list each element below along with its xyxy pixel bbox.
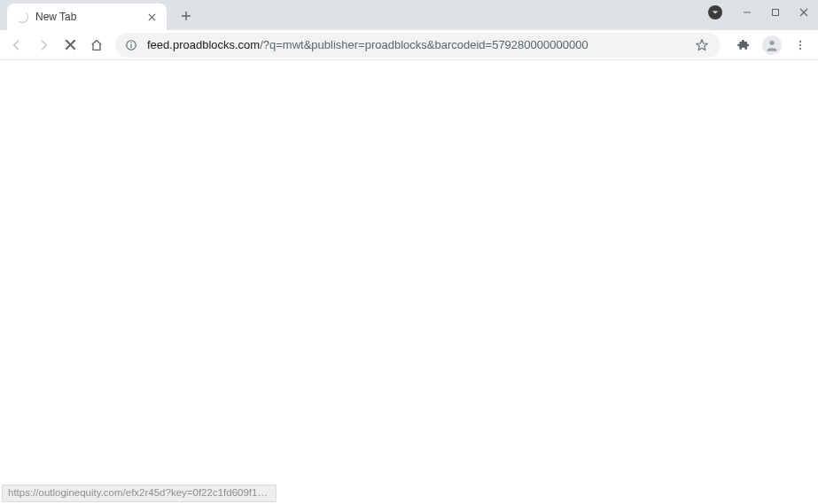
svg-point-6 [799, 43, 801, 45]
menu-button[interactable] [788, 33, 813, 58]
toolbar: feed.proadblocks.com/?q=mwt&publisher=pr… [0, 30, 818, 60]
profile-button[interactable] [760, 33, 784, 58]
address-bar[interactable]: feed.proadblocks.com/?q=mwt&publisher=pr… [115, 33, 721, 58]
back-button[interactable] [5, 34, 28, 57]
browser-tab[interactable]: New Tab [7, 4, 167, 30]
loading-spinner-icon [16, 11, 28, 23]
svg-point-4 [769, 40, 774, 44]
close-window-button[interactable] [790, 0, 818, 25]
svg-point-5 [799, 40, 801, 42]
svg-rect-2 [130, 43, 131, 47]
search-tabs-button[interactable] [708, 5, 722, 19]
extensions-button[interactable] [731, 33, 756, 58]
stop-reload-button[interactable] [58, 34, 82, 57]
url-path: /?q=mwt&publisher=proadblocks&barcodeid=… [260, 38, 588, 51]
home-button[interactable] [85, 34, 108, 57]
url-host: feed.proadblocks.com [147, 38, 260, 51]
svg-rect-3 [130, 42, 131, 43]
new-tab-button[interactable] [174, 4, 199, 28]
tab-title: New Tab [35, 11, 145, 23]
url-text[interactable]: feed.proadblocks.com/?q=mwt&publisher=pr… [147, 38, 687, 51]
status-bar: https://outloginequity.com/efx2r45d?key=… [2, 485, 277, 502]
maximize-button[interactable] [761, 0, 790, 25]
avatar-icon [762, 35, 782, 55]
minimize-button[interactable] [733, 0, 761, 25]
svg-point-7 [799, 48, 801, 50]
bookmark-star-icon[interactable] [692, 35, 712, 55]
page-content [0, 60, 818, 504]
forward-button[interactable] [32, 34, 55, 57]
window-controls [733, 0, 818, 25]
titlebar: New Tab [0, 0, 818, 30]
close-tab-button[interactable] [145, 11, 158, 23]
svg-rect-0 [773, 10, 779, 16]
site-info-icon[interactable] [124, 38, 138, 52]
